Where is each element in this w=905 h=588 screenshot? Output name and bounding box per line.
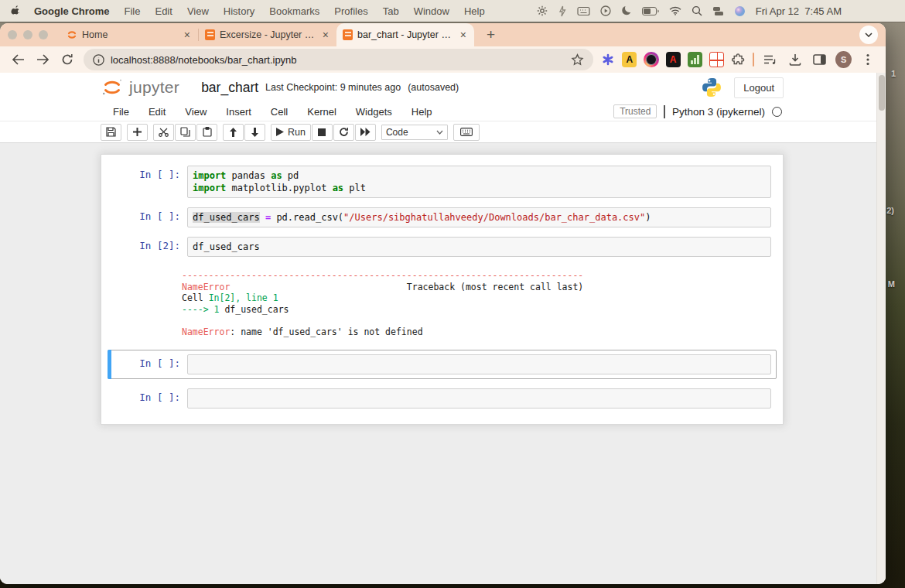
- wifi-icon[interactable]: [669, 6, 681, 15]
- cell-input[interactable]: [187, 388, 771, 409]
- cell-type-select[interactable]: Code: [381, 125, 448, 140]
- code-line: df_used_cars = pd.read_csv("/Users/sibgh…: [193, 211, 766, 224]
- jupyter-menubar: FileEditViewInsertCellKernelWidgetsHelp …: [0, 102, 876, 121]
- macos-menu-7[interactable]: Window: [414, 5, 449, 17]
- chevron-down-icon: [865, 32, 873, 37]
- code-cell-df-used-cars[interactable]: In [2]: df_used_cars: [108, 232, 777, 262]
- extension-flower-icon[interactable]: [600, 52, 615, 67]
- media-playlist-icon[interactable]: [761, 50, 779, 69]
- tab-close-icon[interactable]: ×: [321, 29, 330, 40]
- tab-home[interactable]: Home ×: [60, 23, 198, 46]
- jupyter-menu-7[interactable]: Help: [412, 106, 432, 118]
- jupyter-menu-5[interactable]: Kernel: [307, 106, 336, 118]
- extension-adobe-icon[interactable]: A: [666, 52, 681, 67]
- extension-camera-icon[interactable]: [644, 52, 658, 67]
- code-cell-imports[interactable]: In [ ]: import pandas as pd import matpl…: [108, 161, 777, 203]
- keyboard-icon[interactable]: [577, 6, 590, 16]
- kernel-name[interactable]: Python 3 (ipykernel): [672, 106, 765, 118]
- jupyter-menu-1[interactable]: Edit: [149, 106, 166, 118]
- cell-input[interactable]: df_used_cars: [187, 237, 771, 257]
- close-window-button[interactable]: [8, 30, 17, 39]
- cell-input[interactable]: df_used_cars = pd.read_csv("/Users/sibgh…: [187, 207, 771, 227]
- jupyter-wordmark[interactable]: jupyter: [129, 78, 179, 97]
- chevron-down-icon: [436, 130, 443, 135]
- copy-cell-button[interactable]: [175, 124, 196, 141]
- logout-button[interactable]: Logout: [734, 77, 784, 98]
- menubar-clock[interactable]: Fri Apr 12 7:45 AM: [756, 5, 842, 17]
- run-cell-button[interactable]: Run: [271, 124, 311, 141]
- jupyter-menu-0[interactable]: File: [113, 106, 129, 118]
- settings-gear-icon[interactable]: [537, 5, 548, 16]
- address-bar[interactable]: localhost:8888/notebooks/bar_chart.ipynb: [84, 49, 593, 70]
- browser-menu-icon[interactable]: [859, 50, 876, 69]
- tab-close-icon[interactable]: ×: [459, 29, 468, 40]
- move-cell-down-button[interactable]: [244, 124, 265, 141]
- forward-button[interactable]: [34, 50, 52, 69]
- macos-menu-6[interactable]: Tab: [383, 5, 399, 17]
- siri-icon[interactable]: [734, 5, 746, 17]
- battery-icon[interactable]: [642, 7, 659, 15]
- macos-menu-2[interactable]: View: [187, 5, 209, 17]
- minimize-window-button[interactable]: [23, 30, 32, 39]
- site-info-icon[interactable]: [93, 54, 104, 66]
- tab-excersize[interactable]: Excersize - Jupyter Notebook ×: [199, 23, 336, 46]
- save-button[interactable]: [101, 124, 121, 141]
- active-app-name[interactable]: Google Chrome: [34, 5, 110, 17]
- bookmark-star-icon[interactable]: [571, 53, 584, 67]
- empty-cell-selected[interactable]: In [ ]:: [108, 350, 777, 379]
- cell-input[interactable]: import pandas as pd import matplotlib.py…: [187, 166, 771, 198]
- extension-table-icon[interactable]: [709, 52, 724, 67]
- jupyter-notebook-icon: [343, 29, 353, 40]
- move-cell-up-button[interactable]: [223, 124, 244, 141]
- downloads-icon[interactable]: [786, 50, 804, 69]
- jupyter-menu-3[interactable]: Insert: [226, 106, 251, 118]
- cut-cell-button[interactable]: [153, 124, 174, 141]
- profile-avatar[interactable]: S: [835, 51, 852, 68]
- output-prompt-spacer: [108, 267, 182, 337]
- macos-menu-5[interactable]: Profiles: [334, 5, 367, 17]
- play-circle-icon[interactable]: [600, 5, 611, 16]
- extension-yellow-a-icon[interactable]: A: [622, 52, 637, 67]
- tab-bar-chart-active[interactable]: bar_chart - Jupyter Notebook ×: [336, 23, 474, 46]
- jupyter-spinner-icon: [67, 29, 77, 40]
- interrupt-kernel-button[interactable]: [312, 124, 333, 141]
- url-text[interactable]: localhost:8888/notebooks/bar_chart.ipynb: [111, 54, 565, 66]
- restart-kernel-button[interactable]: [333, 124, 354, 141]
- macos-menu-4[interactable]: Bookmarks: [269, 5, 319, 17]
- tab-search-button[interactable]: [859, 26, 878, 44]
- empty-cell[interactable]: In [ ]:: [108, 384, 777, 413]
- add-cell-button[interactable]: [127, 124, 148, 141]
- jupyter-menu-6[interactable]: Widgets: [356, 106, 392, 118]
- scrollbar-thumb[interactable]: [879, 75, 885, 111]
- notebook-title[interactable]: bar_chart: [201, 80, 258, 96]
- macos-menu-1[interactable]: Edit: [155, 5, 172, 17]
- desktop-text-fragment: 2): [886, 206, 894, 215]
- traceback-line: ----------------------------------------…: [182, 270, 772, 282]
- jupyter-menu-2[interactable]: View: [185, 106, 207, 118]
- jupyter-menu-4[interactable]: Cell: [271, 106, 288, 118]
- back-button[interactable]: [9, 50, 27, 69]
- reload-button[interactable]: [59, 50, 77, 69]
- shortcuts-icon[interactable]: [558, 5, 567, 17]
- stage-manager-icon[interactable]: [712, 6, 724, 16]
- macos-menu-3[interactable]: History: [224, 5, 254, 17]
- spotlight-search-icon[interactable]: [692, 5, 702, 16]
- macos-menu-0[interactable]: File: [125, 5, 141, 17]
- cell-input[interactable]: [187, 354, 771, 374]
- apple-logo-icon[interactable]: [11, 5, 22, 17]
- tab-close-icon[interactable]: ×: [183, 29, 192, 40]
- code-cell-read-csv[interactable]: In [ ]: df_used_cars = pd.read_csv("/Use…: [108, 203, 777, 232]
- extensions-puzzle-icon[interactable]: [731, 52, 746, 67]
- zoom-window-button[interactable]: [39, 30, 48, 39]
- side-panel-icon[interactable]: [811, 50, 828, 69]
- cell-prompt: In [ ]:: [113, 207, 187, 227]
- macos-menu-8[interactable]: Help: [464, 5, 485, 17]
- paste-cell-button[interactable]: [196, 124, 217, 141]
- moon-icon[interactable]: [621, 5, 632, 16]
- new-tab-button[interactable]: +: [483, 26, 498, 43]
- restart-run-all-button[interactable]: [355, 124, 376, 141]
- jupyter-logo-icon[interactable]: [101, 76, 124, 99]
- extension-chart-icon[interactable]: [688, 52, 702, 67]
- page-scrollbar[interactable]: [876, 73, 886, 584]
- command-palette-button[interactable]: [453, 124, 480, 141]
